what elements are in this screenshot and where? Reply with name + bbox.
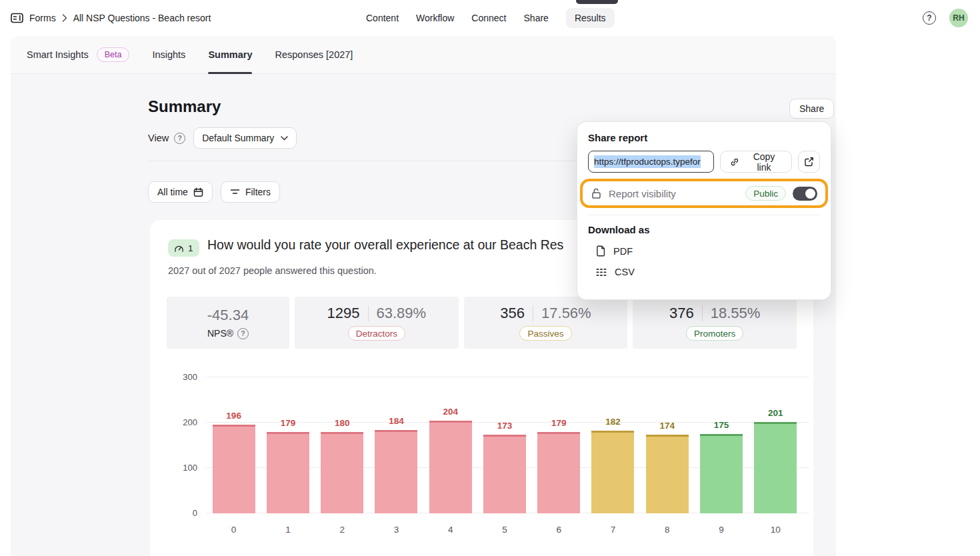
chart-bar[interactable]	[321, 432, 363, 513]
download-pdf-item[interactable]: PDF	[588, 245, 820, 257]
divider	[702, 305, 703, 321]
view-dropdown-value: Default Summary	[202, 133, 274, 143]
detractors-card: 1295 63.89% Detractors	[295, 297, 459, 349]
chart-bar[interactable]	[700, 434, 743, 513]
download-csv-item[interactable]: CSV	[588, 267, 820, 277]
copy-link-label: Copy link	[745, 151, 783, 173]
promoters-card: 376 18.55% Promoters	[633, 297, 797, 349]
breadcrumb: Forms All NSP Questions - Beach resort	[11, 0, 211, 36]
lock-open-icon	[591, 187, 602, 199]
visibility-toggle[interactable]	[793, 187, 817, 201]
chart-bar[interactable]	[375, 430, 417, 513]
tab-responses[interactable]: Responses [2027]	[275, 36, 353, 73]
nav-tab-share[interactable]: Share	[524, 13, 549, 23]
tab-smart-insights-label: Smart Insights	[27, 49, 89, 60]
nav-tab-workflow[interactable]: Workflow	[416, 13, 454, 23]
chart-bars: 1960179118021843204417351796182717481759…	[207, 377, 803, 513]
filters-button[interactable]: Filters	[221, 181, 280, 203]
chart-bar[interactable]	[267, 432, 309, 513]
passives-badge: Passives	[519, 326, 571, 341]
x-axis-tick: 3	[394, 525, 399, 535]
avatar[interactable]: RH	[949, 9, 968, 27]
tab-summary[interactable]: Summary	[208, 36, 252, 73]
share-report-popup: Share report https://tfproductops.typefo…	[577, 121, 831, 300]
bar-value-label: 196	[226, 411, 241, 421]
chart-y-labels: 0100200300	[167, 377, 197, 513]
open-link-button[interactable]	[798, 151, 820, 173]
help-icon[interactable]: ?	[923, 11, 936, 25]
view-label: View	[148, 133, 169, 143]
chart-bar[interactable]	[483, 435, 526, 513]
report-visibility-label: Report visibility	[609, 188, 676, 199]
active-tab-indicator	[576, 0, 618, 4]
chart-bar[interactable]	[537, 432, 580, 513]
question-title: How would you rate your overall experien…	[207, 237, 578, 253]
filters-label: Filters	[245, 187, 271, 197]
chart-bar[interactable]	[213, 425, 255, 513]
chart-bar-slot: 1735	[477, 377, 531, 513]
question-badge: 1	[168, 239, 199, 257]
tab-summary-label: Summary	[208, 49, 252, 60]
share-button[interactable]: Share	[789, 99, 834, 119]
copy-link-button[interactable]: Copy link	[720, 151, 793, 173]
chart-bar-slot: 1796	[532, 377, 586, 513]
chevron-down-icon	[281, 136, 288, 141]
chart-bar-slot: 1791	[261, 377, 315, 513]
x-axis-tick: 1	[285, 525, 291, 535]
x-axis-tick: 8	[665, 525, 670, 535]
nps-label: NPS®	[207, 328, 233, 339]
promoters-badge: Promoters	[686, 326, 743, 341]
chart-plot: 1960179118021843204417351796182717481759…	[207, 377, 803, 513]
bar-value-label: 182	[605, 417, 621, 427]
nav-tab-content[interactable]: Content	[366, 13, 399, 23]
x-axis-tick: 6	[556, 525, 561, 535]
tab-responses-label: Responses [2027]	[275, 49, 353, 60]
external-link-icon	[804, 157, 814, 167]
beta-badge: Beta	[97, 47, 130, 62]
gauge-icon	[174, 244, 184, 253]
divider	[368, 305, 369, 321]
x-axis-tick: 7	[611, 525, 616, 535]
time-filter-button[interactable]: All time	[148, 181, 213, 203]
chart-bar-slot: 2044	[423, 377, 477, 513]
bar-value-label: 180	[335, 418, 350, 428]
nav-tab-connect[interactable]: Connect	[471, 13, 506, 23]
filter-icon	[230, 188, 240, 196]
x-axis-tick: 5	[502, 525, 507, 535]
promoters-percent: 18.55%	[711, 305, 761, 322]
tab-insights-label: Insights	[152, 49, 185, 60]
chart-bar-slot: 1827	[586, 377, 640, 513]
chart-bar-slot: 1960	[207, 377, 261, 513]
y-axis-tick: 0	[193, 508, 197, 518]
detractors-percent: 63.89%	[377, 305, 427, 322]
view-help-icon[interactable]: ?	[174, 133, 185, 144]
bar-value-label: 184	[389, 416, 404, 426]
nps-score-card: -45.34 NPS® ?	[167, 297, 289, 349]
table-icon	[596, 268, 607, 277]
view-dropdown[interactable]: Default Summary	[193, 127, 297, 149]
results-tabstrip: Smart Insights Beta Insights Summary Res…	[11, 36, 836, 74]
share-url-input[interactable]: https://tfproductops.typefor	[588, 151, 714, 173]
chart-bar[interactable]	[591, 431, 634, 513]
chart-bar[interactable]	[646, 435, 689, 513]
passives-count: 356	[500, 305, 525, 322]
promoters-count: 376	[669, 305, 694, 322]
question-answered-text: 2027 out of 2027 people answered this qu…	[168, 265, 377, 276]
top-nav-tabs: Content Workflow Connect Share Results	[366, 0, 615, 36]
nav-tab-results[interactable]: Results	[566, 8, 615, 28]
bar-value-label: 179	[281, 418, 296, 428]
breadcrumb-app[interactable]: Forms	[29, 13, 56, 23]
chart-bar-slot: 20110	[749, 377, 803, 513]
tab-smart-insights[interactable]: Smart Insights Beta	[27, 36, 129, 73]
question-number: 1	[188, 243, 193, 253]
x-axis-tick: 10	[771, 525, 781, 535]
nps-help-icon[interactable]: ?	[237, 328, 249, 339]
tab-insights[interactable]: Insights	[152, 36, 185, 73]
chart-bar-slot: 1843	[369, 377, 423, 513]
chart-bar[interactable]	[754, 422, 797, 513]
download-pdf-label: PDF	[613, 246, 633, 257]
bar-value-label: 204	[443, 407, 458, 417]
nps-value: -45.34	[207, 307, 249, 324]
x-axis-tick: 9	[719, 525, 724, 535]
chart-bar[interactable]	[429, 421, 472, 513]
